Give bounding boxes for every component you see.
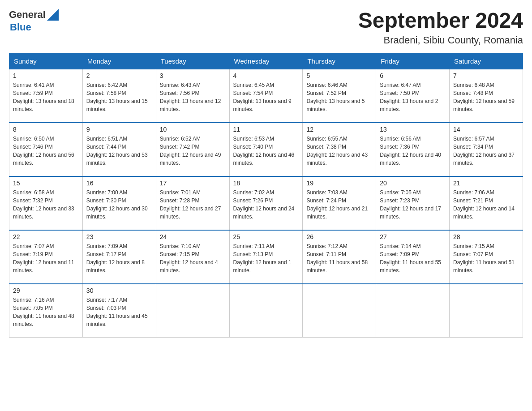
calendar-cell: 17Sunrise: 7:01 AMSunset: 7:28 PMDayligh…	[156, 176, 229, 230]
day-number: 30	[86, 287, 152, 294]
day-number: 29	[13, 287, 79, 294]
day-info: Sunrise: 6:57 AMSunset: 7:34 PMDaylight:…	[453, 135, 519, 167]
day-header-saturday: Saturday	[450, 53, 523, 69]
day-info: Sunrise: 7:14 AMSunset: 7:09 PMDaylight:…	[380, 242, 446, 274]
calendar-cell: 11Sunrise: 6:53 AMSunset: 7:40 PMDayligh…	[229, 123, 303, 176]
day-number: 25	[233, 233, 299, 240]
day-info: Sunrise: 7:00 AMSunset: 7:30 PMDaylight:…	[86, 188, 152, 221]
calendar-cell: 8Sunrise: 6:50 AMSunset: 7:46 PMDaylight…	[9, 123, 83, 176]
day-info: Sunrise: 6:53 AMSunset: 7:40 PMDaylight:…	[233, 135, 299, 167]
calendar-cell	[376, 284, 450, 338]
calendar-cell: 1Sunrise: 6:41 AMSunset: 7:59 PMDaylight…	[9, 69, 83, 123]
day-info: Sunrise: 7:11 AMSunset: 7:13 PMDaylight:…	[233, 242, 299, 274]
day-info: Sunrise: 7:03 AMSunset: 7:24 PMDaylight:…	[306, 188, 372, 221]
calendar-subtitle: Bradeni, Sibiu County, Romania	[358, 34, 523, 46]
week-row-2: 8Sunrise: 6:50 AMSunset: 7:46 PMDaylight…	[9, 123, 523, 176]
day-info: Sunrise: 7:12 AMSunset: 7:11 PMDaylight:…	[306, 242, 372, 274]
day-info: Sunrise: 7:15 AMSunset: 7:07 PMDaylight:…	[453, 242, 519, 274]
day-header-wednesday: Wednesday	[229, 53, 303, 69]
calendar-cell: 7Sunrise: 6:48 AMSunset: 7:48 PMDaylight…	[450, 69, 523, 123]
day-number: 1	[13, 72, 79, 79]
day-number: 5	[306, 72, 372, 79]
calendar-cell: 14Sunrise: 6:57 AMSunset: 7:34 PMDayligh…	[450, 123, 523, 176]
calendar-cell: 20Sunrise: 7:05 AMSunset: 7:23 PMDayligh…	[376, 176, 450, 230]
week-row-1: 1Sunrise: 6:41 AMSunset: 7:59 PMDaylight…	[9, 69, 523, 123]
day-info: Sunrise: 7:17 AMSunset: 7:03 PMDaylight:…	[86, 296, 152, 328]
logo-icon	[47, 9, 59, 21]
calendar-cell: 26Sunrise: 7:12 AMSunset: 7:11 PMDayligh…	[303, 230, 376, 284]
day-number: 24	[160, 233, 226, 240]
day-number: 13	[380, 126, 446, 133]
day-number: 23	[86, 233, 152, 240]
page-header: GeneralBlue September 2024 Bradeni, Sibi…	[9, 9, 523, 46]
calendar-cell	[303, 284, 376, 338]
day-header-thursday: Thursday	[303, 53, 376, 69]
day-info: Sunrise: 6:47 AMSunset: 7:50 PMDaylight:…	[380, 81, 446, 113]
calendar-cell: 29Sunrise: 7:16 AMSunset: 7:05 PMDayligh…	[9, 284, 83, 338]
day-info: Sunrise: 6:52 AMSunset: 7:42 PMDaylight:…	[160, 135, 226, 167]
day-number: 21	[453, 180, 519, 187]
day-info: Sunrise: 6:42 AMSunset: 7:58 PMDaylight:…	[86, 81, 152, 113]
calendar-cell: 18Sunrise: 7:02 AMSunset: 7:26 PMDayligh…	[229, 176, 303, 230]
day-info: Sunrise: 7:10 AMSunset: 7:15 PMDaylight:…	[160, 242, 226, 274]
day-info: Sunrise: 7:16 AMSunset: 7:05 PMDaylight:…	[13, 296, 79, 328]
calendar-cell: 9Sunrise: 6:51 AMSunset: 7:44 PMDaylight…	[82, 123, 156, 176]
day-number: 22	[13, 233, 79, 240]
day-info: Sunrise: 6:43 AMSunset: 7:56 PMDaylight:…	[160, 81, 226, 113]
day-info: Sunrise: 6:45 AMSunset: 7:54 PMDaylight:…	[233, 81, 299, 113]
day-number: 9	[86, 126, 152, 133]
calendar-cell: 12Sunrise: 6:55 AMSunset: 7:38 PMDayligh…	[303, 123, 376, 176]
calendar-cell: 27Sunrise: 7:14 AMSunset: 7:09 PMDayligh…	[376, 230, 450, 284]
day-number: 7	[453, 72, 519, 79]
day-number: 11	[233, 126, 299, 133]
day-number: 6	[380, 72, 446, 79]
day-info: Sunrise: 7:09 AMSunset: 7:17 PMDaylight:…	[86, 242, 152, 274]
day-number: 10	[160, 126, 226, 133]
day-info: Sunrise: 6:46 AMSunset: 7:52 PMDaylight:…	[306, 81, 372, 113]
week-row-5: 29Sunrise: 7:16 AMSunset: 7:05 PMDayligh…	[9, 284, 523, 338]
calendar-cell	[229, 284, 303, 338]
day-number: 15	[13, 180, 79, 187]
day-info: Sunrise: 7:06 AMSunset: 7:21 PMDaylight:…	[453, 188, 519, 221]
day-number: 14	[453, 126, 519, 133]
calendar-cell: 4Sunrise: 6:45 AMSunset: 7:54 PMDaylight…	[229, 69, 303, 123]
day-number: 20	[380, 180, 446, 187]
calendar-cell: 5Sunrise: 6:46 AMSunset: 7:52 PMDaylight…	[303, 69, 376, 123]
day-number: 26	[306, 233, 372, 240]
title-area: September 2024 Bradeni, Sibiu County, Ro…	[358, 9, 523, 46]
day-number: 17	[160, 180, 226, 187]
day-header-monday: Monday	[82, 53, 156, 69]
logo-text-general: General	[9, 10, 46, 20]
calendar-cell: 6Sunrise: 6:47 AMSunset: 7:50 PMDaylight…	[376, 69, 450, 123]
calendar-table: SundayMondayTuesdayWednesdayThursdayFrid…	[9, 53, 523, 338]
day-info: Sunrise: 6:51 AMSunset: 7:44 PMDaylight:…	[86, 135, 152, 167]
day-number: 3	[160, 72, 226, 79]
logo: GeneralBlue	[9, 9, 59, 32]
day-header-sunday: Sunday	[9, 53, 83, 69]
day-number: 27	[380, 233, 446, 240]
calendar-cell: 19Sunrise: 7:03 AMSunset: 7:24 PMDayligh…	[303, 176, 376, 230]
day-info: Sunrise: 7:07 AMSunset: 7:19 PMDaylight:…	[13, 242, 79, 274]
day-number: 28	[453, 233, 519, 240]
day-info: Sunrise: 7:05 AMSunset: 7:23 PMDaylight:…	[380, 188, 446, 221]
day-number: 8	[13, 126, 79, 133]
calendar-cell: 25Sunrise: 7:11 AMSunset: 7:13 PMDayligh…	[229, 230, 303, 284]
day-info: Sunrise: 7:01 AMSunset: 7:28 PMDaylight:…	[160, 188, 226, 221]
calendar-cell	[450, 284, 523, 338]
svg-marker-0	[47, 9, 59, 21]
day-info: Sunrise: 6:41 AMSunset: 7:59 PMDaylight:…	[13, 81, 79, 113]
calendar-cell: 15Sunrise: 6:58 AMSunset: 7:32 PMDayligh…	[9, 176, 83, 230]
calendar-cell: 13Sunrise: 6:56 AMSunset: 7:36 PMDayligh…	[376, 123, 450, 176]
calendar-cell	[156, 284, 229, 338]
day-number: 12	[306, 126, 372, 133]
calendar-cell: 16Sunrise: 7:00 AMSunset: 7:30 PMDayligh…	[82, 176, 156, 230]
day-number: 2	[86, 72, 152, 79]
day-header-tuesday: Tuesday	[156, 53, 229, 69]
calendar-cell: 10Sunrise: 6:52 AMSunset: 7:42 PMDayligh…	[156, 123, 229, 176]
calendar-cell: 28Sunrise: 7:15 AMSunset: 7:07 PMDayligh…	[450, 230, 523, 284]
day-number: 18	[233, 180, 299, 187]
day-header-row: SundayMondayTuesdayWednesdayThursdayFrid…	[9, 53, 523, 69]
calendar-cell: 30Sunrise: 7:17 AMSunset: 7:03 PMDayligh…	[82, 284, 156, 338]
calendar-cell: 3Sunrise: 6:43 AMSunset: 7:56 PMDaylight…	[156, 69, 229, 123]
week-row-4: 22Sunrise: 7:07 AMSunset: 7:19 PMDayligh…	[9, 230, 523, 284]
